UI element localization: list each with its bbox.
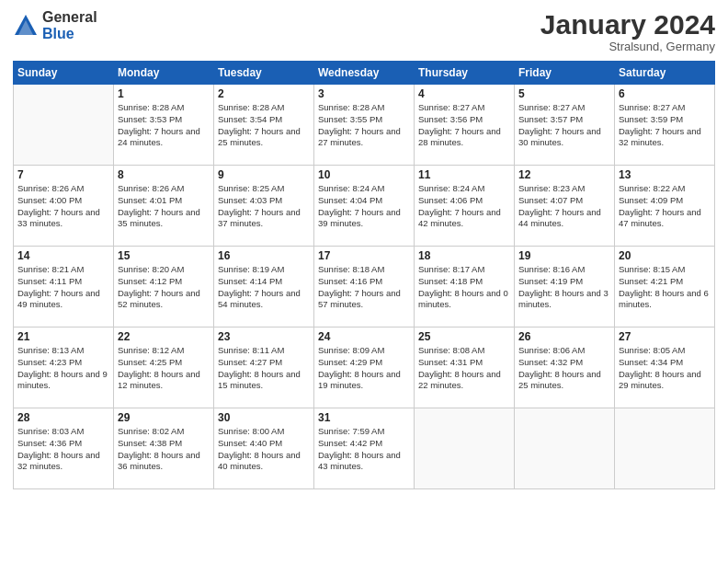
month-title: January 2024 [540,9,715,40]
calendar-cell: 20Sunrise: 8:15 AMSunset: 4:21 PMDayligh… [615,247,715,327]
day-info: Sunrise: 8:27 AMSunset: 3:57 PMDaylight:… [518,102,610,149]
day-number: 7 [17,168,109,181]
day-number: 28 [17,411,109,424]
day-number: 21 [17,330,109,343]
day-number: 14 [17,249,109,262]
day-number: 15 [118,249,210,262]
calendar-cell: 14Sunrise: 8:21 AMSunset: 4:11 PMDayligh… [14,247,114,327]
calendar-cell: 19Sunrise: 8:16 AMSunset: 4:19 PMDayligh… [515,247,615,327]
title-block: January 2024 Stralsund, Germany [540,9,715,53]
calendar-cell [14,85,114,166]
day-number: 22 [118,330,210,343]
calendar-cell: 13Sunrise: 8:22 AMSunset: 4:09 PMDayligh… [615,166,715,247]
calendar-cell: 25Sunrise: 8:08 AMSunset: 4:31 PMDayligh… [415,327,515,408]
day-info: Sunrise: 8:17 AMSunset: 4:18 PMDaylight:… [418,264,510,311]
day-number: 16 [218,249,310,262]
day-info: Sunrise: 8:20 AMSunset: 4:12 PMDaylight:… [118,264,210,311]
calendar-cell [515,408,615,489]
day-number: 25 [418,330,510,343]
day-number: 3 [318,87,410,100]
calendar-week-1: 1Sunrise: 8:28 AMSunset: 3:53 PMDaylight… [14,85,715,166]
header-monday: Monday [114,62,214,85]
day-number: 29 [118,411,210,424]
calendar-cell: 8Sunrise: 8:26 AMSunset: 4:01 PMDaylight… [114,166,214,247]
calendar-cell: 28Sunrise: 8:03 AMSunset: 4:36 PMDayligh… [14,408,114,489]
calendar-header-row: Sunday Monday Tuesday Wednesday Thursday… [14,62,715,85]
day-number: 10 [318,168,410,181]
logo: General Blue [13,9,97,41]
day-number: 17 [318,249,410,262]
calendar-week-2: 7Sunrise: 8:26 AMSunset: 4:00 PMDaylight… [14,166,715,247]
day-number: 2 [218,87,310,100]
calendar-cell: 4Sunrise: 8:27 AMSunset: 3:56 PMDaylight… [415,85,515,166]
day-info: Sunrise: 8:05 AMSunset: 4:34 PMDaylight:… [619,345,711,392]
day-info: Sunrise: 8:09 AMSunset: 4:29 PMDaylight:… [318,345,410,392]
day-info: Sunrise: 8:27 AMSunset: 3:59 PMDaylight:… [619,102,711,149]
day-info: Sunrise: 8:03 AMSunset: 4:36 PMDaylight:… [17,426,109,473]
header-wednesday: Wednesday [314,62,415,85]
day-number: 23 [218,330,310,343]
day-info: Sunrise: 8:22 AMSunset: 4:09 PMDaylight:… [619,183,711,230]
day-number: 20 [619,249,711,262]
day-number: 9 [218,168,310,181]
day-number: 31 [318,411,410,424]
day-number: 27 [619,330,711,343]
calendar-cell: 5Sunrise: 8:27 AMSunset: 3:57 PMDaylight… [515,85,615,166]
day-info: Sunrise: 8:02 AMSunset: 4:38 PMDaylight:… [118,426,210,473]
day-number: 12 [518,168,610,181]
calendar-cell: 22Sunrise: 8:12 AMSunset: 4:25 PMDayligh… [114,327,214,408]
day-info: Sunrise: 8:13 AMSunset: 4:23 PMDaylight:… [17,345,109,392]
calendar-cell: 9Sunrise: 8:25 AMSunset: 4:03 PMDaylight… [214,166,314,247]
day-info: Sunrise: 8:18 AMSunset: 4:16 PMDaylight:… [318,264,410,311]
logo-general: General [42,9,97,26]
header-thursday: Thursday [415,62,515,85]
day-info: Sunrise: 8:11 AMSunset: 4:27 PMDaylight:… [218,345,310,392]
logo-text: General Blue [42,9,97,41]
day-info: Sunrise: 8:12 AMSunset: 4:25 PMDaylight:… [118,345,210,392]
logo-blue: Blue [42,26,97,42]
calendar-week-5: 28Sunrise: 8:03 AMSunset: 4:36 PMDayligh… [14,408,715,489]
calendar-cell: 16Sunrise: 8:19 AMSunset: 4:14 PMDayligh… [214,247,314,327]
calendar-cell: 17Sunrise: 8:18 AMSunset: 4:16 PMDayligh… [314,247,415,327]
calendar-body: 1Sunrise: 8:28 AMSunset: 3:53 PMDaylight… [14,85,715,489]
day-info: Sunrise: 8:28 AMSunset: 3:53 PMDaylight:… [118,102,210,149]
calendar-cell: 7Sunrise: 8:26 AMSunset: 4:00 PMDaylight… [14,166,114,247]
day-number: 4 [418,87,510,100]
day-info: Sunrise: 8:19 AMSunset: 4:14 PMDaylight:… [218,264,310,311]
calendar-cell: 24Sunrise: 8:09 AMSunset: 4:29 PMDayligh… [314,327,415,408]
calendar-table: Sunday Monday Tuesday Wednesday Thursday… [13,61,715,489]
calendar-cell: 26Sunrise: 8:06 AMSunset: 4:32 PMDayligh… [515,327,615,408]
calendar-cell: 3Sunrise: 8:28 AMSunset: 3:55 PMDaylight… [314,85,415,166]
calendar-cell: 6Sunrise: 8:27 AMSunset: 3:59 PMDaylight… [615,85,715,166]
day-info: Sunrise: 8:00 AMSunset: 4:40 PMDaylight:… [218,426,310,473]
header-sunday: Sunday [14,62,114,85]
day-info: Sunrise: 8:24 AMSunset: 4:06 PMDaylight:… [418,183,510,230]
calendar-cell: 11Sunrise: 8:24 AMSunset: 4:06 PMDayligh… [415,166,515,247]
header-friday: Friday [515,62,615,85]
day-info: Sunrise: 8:06 AMSunset: 4:32 PMDaylight:… [518,345,610,392]
day-info: Sunrise: 8:26 AMSunset: 4:01 PMDaylight:… [118,183,210,230]
day-number: 5 [518,87,610,100]
day-number: 19 [518,249,610,262]
day-info: Sunrise: 8:27 AMSunset: 3:56 PMDaylight:… [418,102,510,149]
day-info: Sunrise: 8:24 AMSunset: 4:04 PMDaylight:… [318,183,410,230]
calendar-cell: 23Sunrise: 8:11 AMSunset: 4:27 PMDayligh… [214,327,314,408]
calendar-cell: 31Sunrise: 7:59 AMSunset: 4:42 PMDayligh… [314,408,415,489]
day-info: Sunrise: 8:26 AMSunset: 4:00 PMDaylight:… [17,183,109,230]
calendar-cell: 18Sunrise: 8:17 AMSunset: 4:18 PMDayligh… [415,247,515,327]
day-number: 30 [218,411,310,424]
day-info: Sunrise: 8:15 AMSunset: 4:21 PMDaylight:… [619,264,711,311]
calendar-cell: 1Sunrise: 8:28 AMSunset: 3:53 PMDaylight… [114,85,214,166]
calendar-week-3: 14Sunrise: 8:21 AMSunset: 4:11 PMDayligh… [14,247,715,327]
page-header: General Blue January 2024 Stralsund, Ger… [13,9,715,53]
calendar-cell [615,408,715,489]
day-info: Sunrise: 7:59 AMSunset: 4:42 PMDaylight:… [318,426,410,473]
day-info: Sunrise: 8:28 AMSunset: 3:55 PMDaylight:… [318,102,410,149]
calendar-cell: 21Sunrise: 8:13 AMSunset: 4:23 PMDayligh… [14,327,114,408]
day-info: Sunrise: 8:25 AMSunset: 4:03 PMDaylight:… [218,183,310,230]
day-number: 1 [118,87,210,100]
calendar-cell: 12Sunrise: 8:23 AMSunset: 4:07 PMDayligh… [515,166,615,247]
calendar-cell: 30Sunrise: 8:00 AMSunset: 4:40 PMDayligh… [214,408,314,489]
header-tuesday: Tuesday [214,62,314,85]
day-info: Sunrise: 8:23 AMSunset: 4:07 PMDaylight:… [518,183,610,230]
